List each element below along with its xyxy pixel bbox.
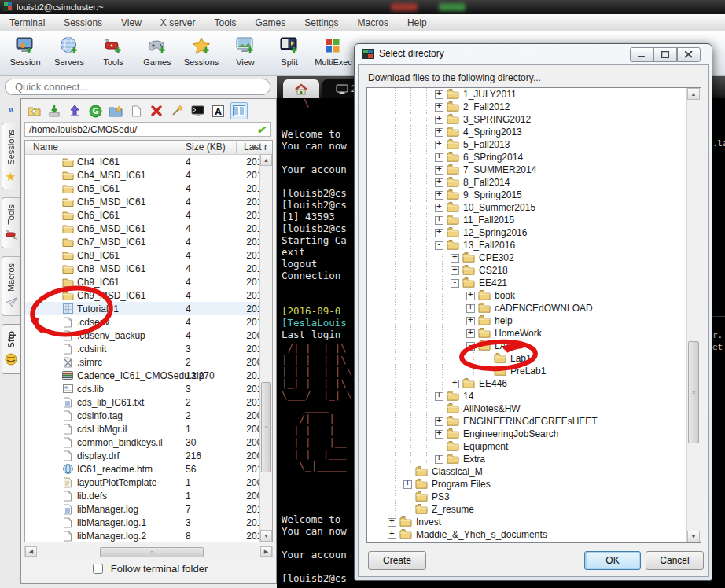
tree-item[interactable]: +2_Fall2012 — [367, 101, 701, 113]
tree-item[interactable]: Equipment — [367, 440, 701, 453]
open-terminal-button[interactable] — [190, 103, 205, 119]
menu-tools[interactable]: Tools — [205, 17, 246, 28]
dialog-titlebar[interactable]: Select directory — [362, 48, 444, 59]
sidebar-tab-tools[interactable]: Tools — [2, 197, 20, 249]
file-row[interactable]: Ch9_MSD_IC6142014 — [25, 288, 262, 302]
tree-scroll-up-button[interactable]: ▲ — [687, 88, 700, 100]
upload-button[interactable] — [67, 103, 83, 119]
tree-item[interactable]: +8_Fall2014 — [367, 176, 701, 189]
expand-icon[interactable]: + — [451, 254, 459, 263]
file-row[interactable]: .cdsenv_backup42007 — [25, 329, 262, 342]
go-up-folder-button[interactable] — [26, 103, 42, 119]
tree-item[interactable]: Lab1 — [367, 352, 701, 365]
tree-item[interactable]: +HomeWork — [367, 327, 701, 340]
window-titlebar[interactable]: louisb2@csimcluster:~ — [0, 0, 725, 14]
expand-icon[interactable]: + — [435, 392, 443, 401]
maximize-button[interactable] — [653, 47, 677, 62]
tree-vscrollbar[interactable]: ▲ ≡ ▼ — [686, 88, 701, 542]
new-file-button[interactable] — [128, 103, 144, 119]
scroll-left-button[interactable]: ◀ — [25, 546, 37, 557]
tree-scroll-down-button[interactable]: ▼ — [687, 531, 700, 542]
tree-item[interactable]: +ENGINEERINGdEGREEsHEET — [367, 415, 701, 428]
tree-scroll-thumb[interactable]: ≡ — [688, 341, 699, 443]
expand-icon[interactable]: + — [466, 317, 475, 325]
file-row[interactable]: cdsinfo.tag22006 — [25, 409, 262, 422]
tree-item[interactable]: PS3 — [367, 491, 701, 503]
toolbar-session-button[interactable]: Session — [3, 31, 47, 67]
file-row[interactable]: cds_lib_IC61.txt22014 — [25, 395, 262, 409]
encoding-button[interactable]: A — [210, 103, 226, 119]
file-row[interactable]: Ch6_MSD_IC6142014 — [25, 222, 262, 235]
tree-item[interactable]: +12_Spring2016 — [367, 226, 701, 239]
menu-macros[interactable]: Macros — [348, 17, 398, 28]
file-row[interactable]: IC61_readme.htm562014 — [25, 462, 262, 476]
expand-icon[interactable]: + — [435, 128, 443, 137]
file-row[interactable]: lib.defs12007 — [25, 489, 262, 502]
expand-icon[interactable]: + — [435, 430, 443, 439]
file-row[interactable]: libManager.log.132016 — [25, 516, 262, 529]
expand-icon[interactable]: + — [435, 166, 443, 175]
tree-item[interactable]: +help — [367, 314, 701, 327]
tree-item[interactable]: +EE446 — [367, 377, 701, 390]
expand-icon[interactable]: + — [435, 141, 443, 149]
sidebar-tab-macros[interactable]: Macros — [2, 256, 20, 316]
scroll-thumb[interactable]: ≡ — [261, 382, 271, 472]
menu-help[interactable]: Help — [398, 17, 436, 28]
tree-item[interactable]: -EE421 — [367, 277, 701, 289]
file-row[interactable]: .cdsinit32016 — [25, 342, 262, 355]
expand-icon[interactable]: + — [435, 455, 443, 464]
expand-icon[interactable]: + — [388, 518, 396, 527]
expand-icon[interactable]: + — [435, 191, 443, 200]
hscroll-thumb[interactable]: ≡ — [100, 547, 204, 557]
toolbar-sessions-button[interactable]: Sessions — [179, 31, 223, 67]
delete-button[interactable] — [149, 103, 164, 119]
menu-games[interactable]: Games — [246, 17, 296, 28]
file-row[interactable]: Ch6_IC6142014 — [25, 208, 262, 222]
tree-item[interactable]: +11_Fall2015 — [367, 214, 701, 226]
expand-icon[interactable]: + — [435, 103, 443, 112]
collapse-sidebar-button[interactable]: « — [8, 103, 12, 115]
expand-icon[interactable]: + — [466, 329, 475, 338]
tree-item[interactable]: Classical_M — [367, 465, 701, 478]
expand-icon[interactable]: + — [435, 178, 443, 187]
scroll-down-button[interactable]: ▼ — [260, 530, 272, 542]
tree-item[interactable]: -LAB — [367, 340, 701, 352]
tree-item[interactable]: Z_resume — [367, 503, 701, 516]
tree-item[interactable]: +14 — [367, 390, 701, 402]
quick-connect-input[interactable] — [5, 79, 270, 95]
menu-terminal[interactable]: Terminal — [0, 17, 54, 28]
file-row[interactable]: Ch5_MSD_IC6142014 — [25, 195, 262, 208]
file-list-hscrollbar[interactable]: ◀ ≡ ▶ — [24, 546, 273, 557]
menu-sessions[interactable]: Sessions — [54, 17, 112, 28]
file-row[interactable]: Ch8_IC6142014 — [25, 248, 262, 262]
tree-item[interactable]: PreLab1 — [367, 365, 701, 377]
column-size[interactable]: Size (KB) — [186, 141, 226, 153]
toolbar-view-button[interactable]: View — [223, 31, 267, 67]
toolbar-tools-button[interactable]: Tools — [91, 31, 135, 67]
expand-icon[interactable]: + — [435, 216, 443, 225]
scroll-right-button[interactable]: ▶ — [260, 546, 272, 557]
toolbar-servers-button[interactable]: Servers — [47, 31, 91, 67]
menu-settings[interactable]: Settings — [295, 17, 348, 28]
toolbar-multiexec-button[interactable]: MultiExec — [311, 31, 355, 67]
sidebar-tab-sessions[interactable]: Sessions★ — [2, 123, 20, 189]
file-row[interactable]: Ch9_IC6142014 — [25, 275, 262, 288]
tree-item[interactable]: +6_SPring2014 — [367, 151, 701, 164]
tree-item[interactable]: +10_Summer2015 — [367, 201, 701, 214]
collapse-icon[interactable]: - — [435, 241, 443, 250]
tree-item[interactable]: +Maddie_&_Yheh_s_documents — [367, 528, 701, 541]
expand-icon[interactable]: + — [466, 292, 475, 300]
toolbar-games-button[interactable]: Games — [135, 31, 179, 67]
expand-icon[interactable]: + — [435, 90, 443, 99]
tree-item[interactable]: +Invest — [367, 516, 701, 528]
tree-item[interactable]: +4_Spring2013 — [367, 126, 701, 138]
cancel-button[interactable]: Cancel — [646, 551, 704, 570]
toolbar-split-button[interactable]: Split — [267, 31, 311, 67]
file-row[interactable]: libManager.log72016 — [25, 502, 262, 516]
file-row[interactable]: Tutorial_142016 — [25, 302, 262, 315]
minimize-button[interactable] — [630, 47, 653, 62]
expand-icon[interactable]: + — [435, 153, 443, 162]
expand-icon[interactable]: + — [435, 116, 443, 124]
collapse-icon[interactable]: - — [466, 342, 475, 351]
current-path-bar[interactable]: /home/louisb2/CMOSedu/ ✔ — [24, 122, 271, 137]
